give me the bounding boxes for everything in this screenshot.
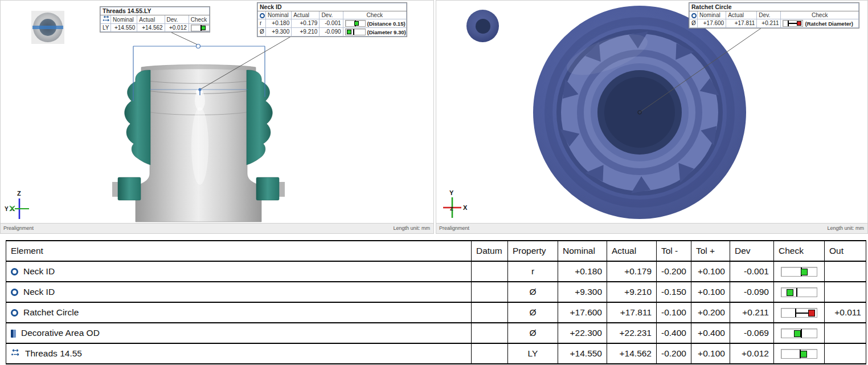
leader-line-threads xyxy=(171,33,197,44)
table-row[interactable]: Ratchet Circle Ø +17.600 +17.811 -0.100 … xyxy=(6,302,866,323)
col-tol-minus: Tol - xyxy=(657,241,691,261)
annotation-neck-id[interactable]: Neck ID Nominal Actual Dev. Check r +0.1… xyxy=(257,3,407,36)
table-row[interactable]: Neck ID Ø +9.300 +9.210 -0.150 +0.100 -0… xyxy=(6,282,866,302)
axis-z-label: Z xyxy=(17,190,21,197)
check-bar xyxy=(783,20,803,27)
annotation-row: Ø +9.300 +9.210 -0.090 (Diameter 9.30) xyxy=(258,27,407,36)
table-row[interactable]: Threads 14.55 LY +14.550 +14.562 -0.200 … xyxy=(6,343,866,364)
check-bar xyxy=(781,308,817,318)
view-thumbnail[interactable] xyxy=(31,11,64,44)
surface-icon xyxy=(11,330,16,338)
axis-triad[interactable]: Z Y X xyxy=(3,189,37,223)
annotation-title: Threads 14.55.LY xyxy=(101,7,210,15)
axis-y-label: Y xyxy=(5,206,9,212)
axis-triad[interactable]: Y X Z xyxy=(442,189,476,223)
circle-icon xyxy=(11,309,18,317)
col-nominal: Nominal xyxy=(558,241,607,261)
col-property: Property xyxy=(508,241,558,261)
table-row[interactable]: Decorative Area OD Ø +22.300 +22.231 -0.… xyxy=(6,323,866,343)
annotation-ratchet-circle[interactable]: Ratchet Circle Nominal Actual Dev. Check… xyxy=(689,3,859,28)
axis-y-label: Y xyxy=(449,189,454,196)
check-bar xyxy=(781,349,817,359)
length-icon xyxy=(101,15,111,24)
col-check: Check xyxy=(773,241,824,261)
col-dev: Dev xyxy=(730,241,773,261)
axis-z-label: Z xyxy=(450,206,453,212)
alignment-status: Prealignment xyxy=(436,225,469,231)
check-bar xyxy=(781,267,817,277)
col-actual: Actual xyxy=(607,241,657,261)
annotation-title: Neck ID xyxy=(258,3,407,11)
col-element: Element xyxy=(6,241,472,261)
inspection-app: Threads 14.55.LY Nominal Actual Dev. Che… xyxy=(0,0,868,365)
table-header-row: Element Datum Property Nominal Actual To… xyxy=(6,241,866,261)
viewport-status-bar: Prealignment Length unit: mm xyxy=(1,223,433,233)
col-out: Out xyxy=(824,241,866,261)
check-bar xyxy=(781,287,817,297)
length-unit: Length unit: mm xyxy=(827,224,864,233)
annotation-row: r +0.180 +0.179 -0.001 (Distance 0.15) xyxy=(258,19,407,28)
col-tol-plus: Tol + xyxy=(691,241,730,261)
annotation-row: Ø +17.600 +17.811 +0.211 (Ratchet Diamet… xyxy=(690,19,859,28)
cap-top-scene xyxy=(436,1,867,224)
circle-icon xyxy=(11,268,18,275)
viewport-side-view[interactable]: Threads 14.55.LY Nominal Actual Dev. Che… xyxy=(0,0,434,234)
length-icon xyxy=(11,348,20,359)
view-thumbnail[interactable] xyxy=(466,10,499,43)
viewport-status-bar: Prealignment Length unit: mm xyxy=(436,223,867,233)
inspection-results-table: Element Datum Property Nominal Actual To… xyxy=(6,240,866,364)
check-bar xyxy=(345,29,366,35)
check-bar xyxy=(345,20,366,27)
length-unit: Length unit: mm xyxy=(393,224,430,233)
viewport-top-view[interactable]: Ratchet Circle Nominal Actual Dev. Check… xyxy=(436,0,868,234)
axis-x-label: X xyxy=(463,204,468,211)
circle-icon xyxy=(11,289,18,296)
annotation-title: Ratchet Circle xyxy=(690,3,859,11)
col-datum: Datum xyxy=(472,241,508,261)
circle-icon xyxy=(258,11,266,19)
annotation-row: LY +14.550 +14.562 +0.012 xyxy=(101,24,210,32)
alignment-status: Prealignment xyxy=(1,225,34,231)
circle-icon xyxy=(690,11,698,19)
check-bar xyxy=(191,25,210,31)
check-bar xyxy=(781,328,817,338)
table-row[interactable]: Neck ID r +0.180 +0.179 -0.200 +0.100 -0… xyxy=(6,261,866,282)
annotation-threads[interactable]: Threads 14.55.LY Nominal Actual Dev. Che… xyxy=(100,7,210,32)
section-plane-indicator xyxy=(32,26,63,29)
